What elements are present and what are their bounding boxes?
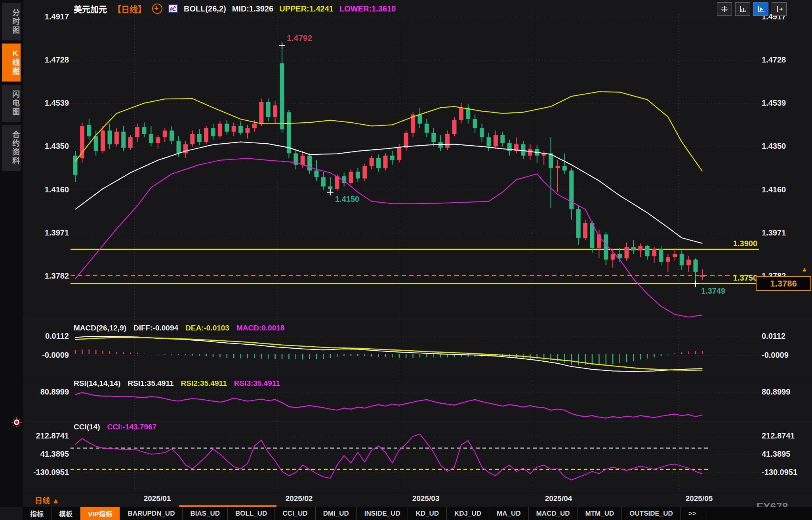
time-axis-label: 2025/04 — [545, 494, 572, 503]
axis-label: 0.0112 — [25, 332, 69, 341]
rsi2-value: RSI2:35.4911 — [181, 379, 227, 388]
axis-label: 1.4539 — [762, 99, 786, 108]
axis-label: -130.0951 — [25, 468, 69, 477]
macd-dea-line — [75, 338, 702, 370]
macd-dea-value: DEA:-0.0103 — [185, 324, 229, 332]
panel-divider — [23, 319, 812, 319]
axis-label: 1.4728 — [762, 55, 786, 65]
macd-diff-value: DIFF:-0.0094 — [133, 324, 178, 332]
timeframe-selector[interactable]: 日线 ▲ — [35, 495, 59, 505]
boll-label: BOLL(26,2) — [184, 4, 226, 13]
boll-upper-line — [75, 92, 702, 171]
rsi3-value: RSI3:35.4911 — [234, 379, 280, 388]
sidebar-tab-0[interactable]: 分时图 — [2, 3, 21, 40]
axis-label: 1.4350 — [25, 142, 69, 151]
high-price-label: 1.4792 — [287, 33, 312, 43]
boll-mid-value: MID:1.3926 — [232, 4, 274, 13]
sidebar-tab-1[interactable]: K线图 — [2, 44, 21, 82]
chart-header: 美元加元 【日线】 BOLL(26,2) MID:1.3926 UPPER:1.… — [74, 3, 396, 15]
axis-label: 212.8741 — [762, 431, 795, 440]
indicator-tab-8[interactable]: INSIDE_UD — [357, 507, 408, 520]
axis-label: 212.8741 — [25, 431, 69, 440]
axis-label: 1.4350 — [762, 142, 786, 151]
add-indicator-icon[interactable] — [152, 4, 162, 14]
axis-label: 1.3782 — [25, 271, 69, 281]
indicator-tab-11[interactable]: MA_UD — [489, 507, 528, 520]
indicator-tab-9[interactable]: KD_UD — [408, 507, 447, 520]
axis-label: 1.4728 — [25, 55, 69, 65]
indicator-tab-6[interactable]: CCI_UD — [275, 507, 315, 520]
rsi-line — [75, 393, 702, 418]
axis-play-icon[interactable] — [753, 2, 768, 16]
macd-diff-line — [75, 336, 702, 372]
last-price-badge: 1.3786 — [756, 276, 811, 291]
shift-data-icon[interactable] — [772, 2, 787, 16]
axis-label: 80.8999 — [25, 387, 69, 397]
axis-label: 1.4160 — [762, 185, 786, 194]
resistance-level-label[interactable]: 1.3900 — [701, 239, 757, 248]
rsi-name: RSI(14,14,14) — [74, 379, 120, 388]
symbol-name: 美元加元 — [74, 3, 107, 15]
cci-name: CCI(14) — [74, 423, 100, 431]
axis-label: 1.3971 — [25, 228, 69, 237]
trading-terminal: 分时图K线图闪电图合约资料 美元加元 【日线】 BOLL(26,2) MID:1… — [0, 0, 812, 520]
timeframe-label[interactable]: 【日线】 — [113, 3, 146, 15]
axis-scale-icon[interactable] — [735, 2, 750, 16]
indicator-tab-14[interactable]: OUTSIDE_UD — [622, 507, 681, 520]
indicator-tab-0[interactable]: 指标 — [23, 507, 51, 520]
panel-divider — [23, 377, 812, 377]
cci-value: CCI:-143.7967 — [107, 423, 157, 431]
price-alert-icon[interactable] — [11, 417, 22, 428]
pan-crosshair-icon[interactable] — [717, 2, 732, 16]
indicator-tab-5[interactable]: BOLL_UD — [228, 507, 275, 520]
sidebar-tab-2[interactable]: 闪电图 — [2, 85, 21, 122]
panel-divider — [23, 421, 812, 421]
rsi1-value: RSI1:35.4911 — [128, 379, 173, 388]
indicator-tab-10[interactable]: KDJ_UD — [447, 507, 489, 520]
candlesticks — [73, 46, 705, 284]
time-axis-label: 2025/02 — [286, 494, 313, 503]
axis-label: -0.0009 — [25, 351, 69, 360]
rsi-panel-title: RSI(14,14,14) RSI1:35.4911 RSI2:35.4911 … — [74, 379, 280, 388]
boll-upper-value: UPPER:1.4241 — [279, 4, 334, 13]
macd-histogram — [75, 349, 702, 365]
extreme-cross-marker — [279, 42, 285, 49]
indicator-tab-12[interactable]: MACD_UD — [529, 507, 578, 520]
macd-panel-title: MACD(26,12,9) DIFF:-0.0094 DEA:-0.0103 M… — [74, 324, 284, 332]
boll-mid-line — [75, 142, 702, 243]
extreme-cross-marker — [327, 189, 334, 195]
time-axis-label: 2025/05 — [686, 494, 713, 503]
indicator-tab-13[interactable]: MTM_UD — [578, 507, 622, 520]
indicator-tab-bar: 指标模板VIP指标BARUPDN_UDBIAS_UDBOLL_UDCCI_UDD… — [23, 507, 812, 520]
sidebar-tab-3[interactable]: 合约资料 — [2, 125, 21, 171]
support-level-label[interactable]: 1.3750 — [701, 273, 757, 283]
indicator-tab-7[interactable]: DMI_UD — [316, 507, 357, 520]
indicator-tab-15[interactable]: >> — [681, 507, 704, 520]
axis-label: 1.4539 — [25, 99, 69, 108]
axis-label: 80.8999 — [762, 387, 790, 397]
chart-toolbar — [717, 2, 787, 16]
boll-lower-value: LOWER:1.3610 — [339, 4, 396, 13]
indicator-tab-2[interactable]: VIP指标 — [80, 507, 120, 520]
extreme-cross-marker — [692, 281, 699, 287]
cci-line — [75, 434, 702, 480]
session-low-label: 1.3749 — [701, 287, 725, 296]
macd-macd-value: MACD:0.0018 — [236, 324, 284, 332]
axis-label: 41.3895 — [25, 450, 69, 459]
axis-label: 0.0112 — [762, 332, 785, 341]
indicator-tab-4[interactable]: BIAS_UD — [183, 507, 228, 520]
macd-name: MACD(26,12,9) — [74, 324, 126, 332]
axis-label: -0.0009 — [762, 351, 789, 360]
price-up-arrow-icon: ▲ — [801, 266, 808, 273]
cci-panel-title: CCI(14) CCI:-143.7967 — [74, 423, 156, 431]
chart-canvas[interactable] — [0, 0, 812, 520]
time-axis-label: 2025/03 — [412, 494, 440, 503]
axis-label: -130.0951 — [762, 468, 797, 477]
chart-type-sidebar: 分时图K线图闪电图合约资料 — [0, 0, 23, 507]
time-axis-label: 2025/01 — [144, 494, 171, 503]
indicator-tab-3[interactable]: BARUPDN_UD — [120, 507, 183, 520]
axis-label: 41.3895 — [762, 450, 790, 459]
mini-chart-icon[interactable] — [168, 4, 178, 13]
indicator-tab-1[interactable]: 模板 — [51, 507, 80, 520]
axis-label: 1.4917 — [25, 12, 69, 21]
